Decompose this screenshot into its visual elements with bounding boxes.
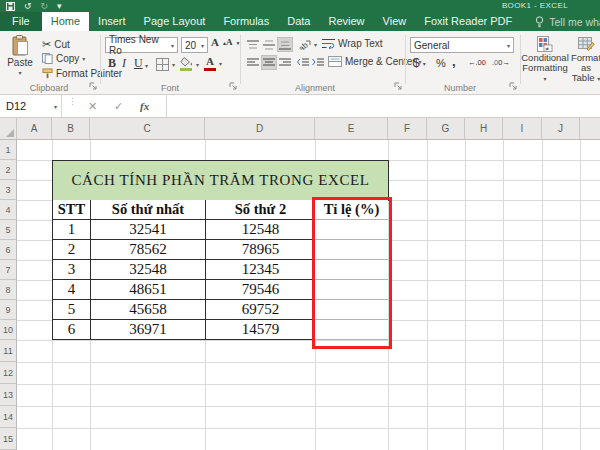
enter-button[interactable]: ✓ [114,95,123,117]
tab-review[interactable]: Review [319,12,373,31]
cell-num1[interactable]: 32548 [91,260,206,280]
tab-page-layout[interactable]: Page Layout [135,12,215,31]
formula-input[interactable] [166,95,600,117]
column-header-I[interactable]: I [503,118,542,139]
orientation-arrow-icon[interactable]: ▾ [314,41,317,48]
cell-num2[interactable]: 12345 [206,260,316,280]
row-header-6[interactable]: 6 [0,240,16,260]
column-header-J[interactable]: J [542,118,580,139]
select-all-corner[interactable] [0,118,17,139]
tab-formulas[interactable]: Formulas [214,12,278,31]
tab-data[interactable]: Data [278,12,319,31]
bottom-align-button[interactable] [278,38,292,51]
borders-button[interactable]: ▾ [156,58,175,71]
cancel-button[interactable]: ✕ [88,95,97,117]
column-header-A[interactable]: A [17,118,52,139]
column-header-E[interactable]: E [315,118,388,139]
copy-button[interactable]: Copy▾ [42,53,85,64]
font-name-arrow-icon[interactable]: ▾ [171,42,174,49]
row-header-1[interactable]: 1 [0,140,16,160]
redo-button[interactable]: ↻ [41,1,49,11]
row-header-8[interactable]: 8 [0,280,16,300]
cell-stt[interactable]: 6 [53,320,91,340]
decrease-indent-button[interactable] [296,56,310,69]
cut-button[interactable]: ✂Cut [42,38,70,51]
table-title-cell[interactable]: CÁCH TÍNH PHẦN TRĂM TRONG EXCEL [52,160,389,201]
accounting-arrow-icon[interactable]: ▾ [423,60,426,67]
column-header-F[interactable]: F [388,118,427,139]
qat-customize-arrow-icon[interactable]: ▾ [57,1,62,11]
cell-num1[interactable]: 78562 [91,240,206,260]
number-dialog-launcher[interactable] [509,82,518,91]
row-header-4[interactable]: 4 [0,200,16,220]
middle-align-button[interactable] [262,38,276,51]
row-header-7[interactable]: 7 [0,260,16,280]
table-header-num2[interactable]: Số thứ 2 [206,200,316,220]
tab-home[interactable]: Home [42,12,89,31]
bold-button[interactable]: B [108,56,116,71]
cell-num1[interactable]: 45658 [91,300,206,320]
format-as-table-button[interactable]: Format asTable ▾ [566,36,600,84]
italic-button[interactable]: I [122,56,126,71]
row-header-2[interactable]: 2 [0,160,16,180]
top-align-button[interactable] [246,38,260,51]
merge-center-button[interactable]: Merge & Center▾ [328,56,422,67]
increase-decimal-button[interactable]: ←.00 [468,58,486,67]
tab-file[interactable]: File [0,12,42,31]
table-header-num1[interactable]: Số thứ nhất [91,200,206,220]
cell-num1[interactable]: 48651 [91,280,206,300]
row-header-10[interactable]: 10 [0,320,16,340]
row-header-14[interactable]: 14 [0,406,16,428]
row-header-12[interactable]: 12 [0,362,16,384]
cell-num1[interactable]: 36971 [91,320,206,340]
conditional-formatting-arrow-icon[interactable]: ▾ [544,76,547,82]
number-format-combo[interactable]: General▾ [410,37,514,53]
font-size-combo[interactable]: 20▾ [181,37,208,53]
shrink-font-button[interactable]: A▼ [226,38,240,47]
align-right-button[interactable] [278,56,292,69]
font-dialog-launcher[interactable] [229,82,238,91]
conditional-formatting-button[interactable]: ≠ ConditionalFormatting ▾ [522,36,568,84]
copy-dropdown-arrow-icon[interactable]: ▾ [82,55,85,62]
cell-stt[interactable]: 4 [53,280,91,300]
undo-button[interactable]: ↺ [24,1,32,11]
column-header-H[interactable]: H [465,118,503,139]
tab-view[interactable]: View [374,12,416,31]
column-header-B[interactable]: B [52,118,90,139]
cell-num1[interactable]: 32541 [91,220,206,240]
increase-indent-button[interactable] [311,56,325,69]
table-header-stt[interactable]: STT [53,200,91,220]
row-header-13[interactable]: 13 [0,384,16,406]
decrease-decimal-button[interactable]: .00→ [492,58,510,67]
percent-style-button[interactable]: % [436,57,446,69]
name-box[interactable]: D12▾ [0,95,62,117]
cell-stt[interactable]: 3 [53,260,91,280]
insert-function-button[interactable]: fx [140,95,149,117]
underline-button[interactable]: U [134,56,143,71]
column-header-D[interactable]: D [205,118,315,139]
cell-num2[interactable]: 14579 [206,320,316,340]
paste-button[interactable]: Paste▾ [3,35,37,76]
column-header-C[interactable]: C [90,118,205,139]
cell-stt[interactable]: 5 [53,300,91,320]
cell-stt[interactable]: 1 [53,220,91,240]
align-center-button[interactable] [262,56,276,69]
fill-color-button[interactable]: ▾ [180,57,199,71]
font-color-button[interactable]: A ▾ [204,56,222,71]
save-button[interactable] [6,2,15,11]
tab-foxit-reader-pdf[interactable]: Foxit Reader PDF [415,12,521,31]
grow-font-button[interactable]: A▲ [211,38,227,47]
align-left-button[interactable] [246,56,260,69]
cell-num2[interactable]: 12548 [206,220,316,240]
row-header-9[interactable]: 9 [0,300,16,320]
name-box-arrow-icon[interactable]: ▾ [54,103,57,110]
tab-insert[interactable]: Insert [89,12,135,31]
row-header-5[interactable]: 5 [0,220,16,240]
borders-arrow-icon[interactable]: ▾ [172,61,175,68]
cell-num2[interactable]: 79546 [206,280,316,300]
column-header-G[interactable]: G [427,118,465,139]
clipboard-dialog-launcher[interactable] [89,82,98,91]
font-size-arrow-icon[interactable]: ▾ [201,42,204,49]
cell-stt[interactable]: 2 [53,240,91,260]
cell-num2[interactable]: 69752 [206,300,316,320]
